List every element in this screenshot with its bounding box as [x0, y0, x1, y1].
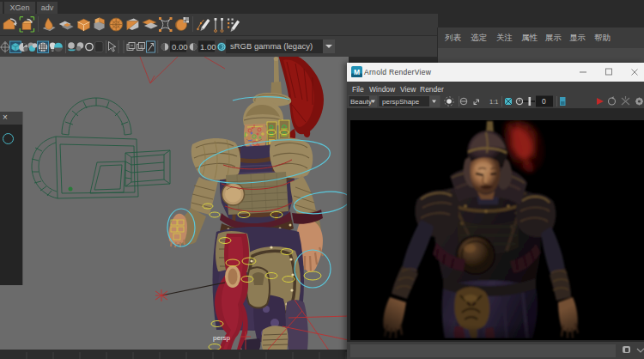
- svg-text:0: 0: [542, 97, 546, 106]
- svg-text:persp: persp: [213, 334, 231, 342]
- svg-text:1:1: 1:1: [489, 98, 498, 106]
- svg-text:1.00: 1.00: [200, 42, 216, 52]
- svg-text:perspShape: perspShape: [382, 98, 420, 106]
- svg-text:0.00: 0.00: [172, 42, 188, 52]
- svg-text:Beauty: Beauty: [350, 98, 372, 106]
